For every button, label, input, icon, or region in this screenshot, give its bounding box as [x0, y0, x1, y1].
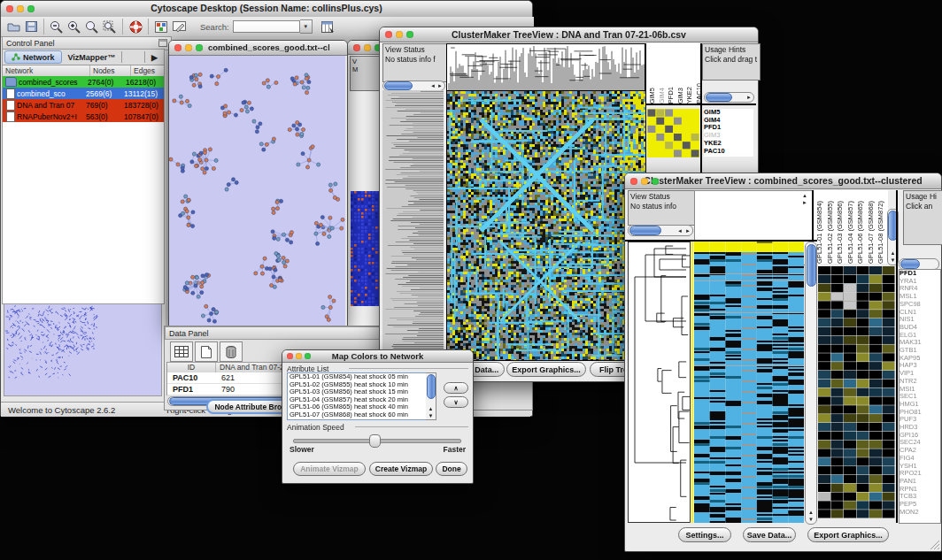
treeview1-titlebar[interactable]: ClusterMaker TreeView : DNA and Tran 07-… — [380, 27, 758, 42]
list-item[interactable]: GPL51-08 (GSM872) — [876, 201, 885, 264]
close-button[interactable] — [630, 178, 637, 185]
zoom-out-button[interactable] — [48, 19, 66, 35]
float-panel-icon[interactable] — [158, 39, 167, 49]
new-attribute-button[interactable] — [195, 341, 218, 362]
network-row[interactable]: combined_sco2569(6)13112(15) — [3, 88, 164, 99]
scroll-up-icon[interactable]: ▲ — [802, 193, 807, 198]
main-titlebar[interactable]: Cytoscape Desktop (Session Name: collins… — [1, 1, 532, 18]
list-item[interactable]: GPL51-02 (GSM855) — [826, 201, 835, 264]
annotation-tool-button[interactable] — [170, 19, 188, 35]
scroll-right-icon[interactable]: ► — [746, 95, 752, 100]
network-row[interactable]: RNAPuberNov2+I563(0)107847(0) — [3, 111, 164, 122]
list-item[interactable]: MON2 — [900, 509, 940, 517]
network-titlebar[interactable]: combined_scores_good.txt--cluste... — [169, 41, 347, 56]
minimize-button[interactable] — [364, 44, 371, 51]
list-item[interactable]: GPL51-07 (GSM868) — [867, 201, 876, 264]
done-button[interactable]: Done — [436, 462, 467, 476]
scroll-up-icon[interactable]: ▲ — [429, 406, 434, 411]
attribute-list[interactable]: GPL51-01 (GSM854) heat shock 05 minGPL51… — [287, 372, 428, 420]
minimize-button[interactable] — [185, 44, 192, 51]
search-dropdown-button[interactable]: ▼ — [300, 19, 313, 34]
network-graph-canvas[interactable] — [169, 56, 345, 326]
zoom-selected-button[interactable] — [101, 19, 119, 35]
row-dendrogram[interactable] — [382, 90, 444, 359]
row-dendrogram[interactable] — [628, 242, 691, 523]
scroll-thumb[interactable] — [629, 226, 661, 235]
list-item[interactable]: GIM3 — [676, 88, 685, 104]
search-input[interactable] — [233, 20, 300, 33]
animate-vizmap-button[interactable]: Animate Vizmap — [293, 462, 366, 476]
attribute-table-button[interactable] — [320, 19, 337, 35]
move-up-button[interactable]: ∧ — [444, 382, 468, 394]
scroll-left-icon[interactable]: ◄ — [677, 228, 683, 234]
network-row[interactable]: DNA and Tran 07769(0)183728(0) — [3, 99, 164, 111]
scroll-thumb[interactable] — [384, 81, 413, 90]
scroll-left-icon[interactable]: ◄ — [430, 83, 436, 88]
tab-vizmapper[interactable]: VizMapper™ — [62, 51, 123, 63]
heatmap-global-view[interactable] — [446, 90, 646, 361]
export-graphics-button[interactable]: Export Graphics... — [807, 527, 889, 542]
scroll-thumb[interactable] — [427, 374, 436, 399]
scroll-up-icon[interactable]: ▲ — [808, 510, 814, 515]
tab-network[interactable]: Network — [4, 50, 62, 64]
scroll-right-icon[interactable]: ► — [802, 200, 807, 205]
scroll-thumb[interactable] — [807, 244, 816, 287]
help-button[interactable] — [127, 19, 144, 35]
delete-attribute-button[interactable] — [220, 341, 243, 362]
minimize-button[interactable] — [396, 31, 403, 38]
zoom-button[interactable] — [196, 44, 203, 51]
zoom-button[interactable] — [305, 353, 311, 359]
close-button[interactable] — [287, 353, 293, 359]
list-item[interactable]: GIM4 — [658, 88, 667, 104]
list-item[interactable]: GIM5 — [648, 88, 657, 104]
list-item[interactable]: PAC10 — [704, 148, 753, 156]
list-item[interactable]: PFD1 — [667, 87, 676, 104]
tab-overflow-button[interactable]: ▶ — [144, 51, 164, 63]
heatmap-zoom-view[interactable] — [647, 109, 699, 157]
scroll-thumb[interactable] — [900, 259, 920, 269]
zoom-button[interactable] — [652, 178, 659, 185]
save-data-button[interactable]: Save Data... — [743, 527, 796, 542]
column-dendrogram[interactable] — [446, 43, 646, 91]
heatmap-zoom-view[interactable] — [818, 266, 895, 518]
zoom-fit-button[interactable] — [83, 19, 101, 35]
attribute-list-vscrollbar[interactable]: ▲ ▼ — [426, 372, 436, 420]
minimize-button[interactable] — [17, 5, 24, 12]
zoom-button[interactable] — [27, 5, 35, 12]
minimize-button[interactable] — [641, 178, 648, 185]
dialog-titlebar[interactable]: Map Colors to Network — [282, 350, 473, 363]
close-button[interactable] — [6, 5, 13, 12]
zoom-in-button[interactable] — [66, 19, 83, 35]
network-overview-thumbnail[interactable] — [4, 303, 162, 396]
save-button[interactable] — [22, 19, 40, 35]
minimize-button[interactable] — [296, 353, 302, 359]
settings-button[interactable]: Settings... — [678, 527, 731, 542]
scroll-right-icon[interactable]: ► — [685, 228, 691, 234]
tv2-heatmap-vscrollbar[interactable]: ▲ ▼ — [805, 242, 817, 525]
zoom-button[interactable] — [406, 31, 413, 38]
open-file-button[interactable] — [4, 19, 22, 35]
list-item[interactable]: GPL51-06 (GSM865) — [856, 201, 865, 264]
close-button[interactable] — [174, 44, 181, 51]
scroll-right-icon[interactable]: ► — [437, 83, 443, 88]
heatmap-global-view[interactable] — [694, 242, 804, 523]
tv2-left-hscrollbar[interactable]: ◄ ► — [628, 225, 693, 236]
list-item[interactable]: GPL51-03 (GSM856) — [836, 201, 845, 264]
list-item[interactable]: GPL51-07 (GSM868) heat shock 60 min — [288, 411, 427, 419]
list-item[interactable]: GPL51-04 (GSM857) — [846, 201, 855, 264]
tv1-right-hscrollbar[interactable]: ► — [704, 92, 754, 103]
move-down-button[interactable]: ∨ — [444, 396, 468, 408]
scroll-up-icon[interactable]: ▲ — [891, 250, 896, 256]
scroll-down-icon[interactable]: ▼ — [891, 257, 896, 263]
speed-slider-thumb[interactable] — [369, 434, 381, 448]
close-button[interactable] — [353, 44, 360, 51]
treeview2-titlebar[interactable]: ClusterMaker TreeView : combined_scores_… — [625, 173, 941, 189]
scroll-down-icon[interactable]: ▼ — [808, 517, 814, 522]
resize-grip[interactable] — [930, 541, 939, 549]
create-vizmap-button[interactable]: Create Vizmap — [369, 462, 433, 476]
vizmapper-tool-button[interactable] — [152, 19, 170, 35]
attribute-select-button[interactable] — [170, 341, 193, 362]
list-item[interactable]: YKE2 — [685, 87, 694, 104]
export-graphics-button[interactable]: Export Graphics... — [506, 362, 586, 377]
scroll-down-icon[interactable]: ▼ — [429, 413, 434, 418]
